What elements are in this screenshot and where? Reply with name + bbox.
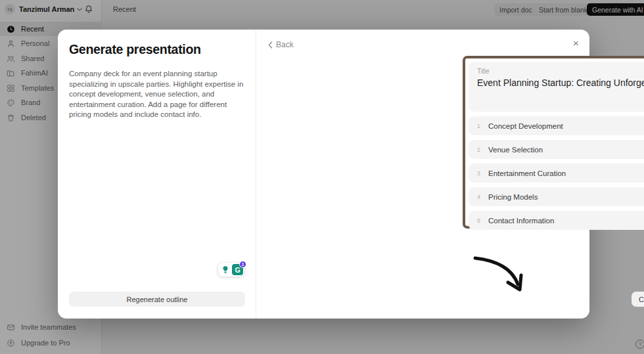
back-label: Back (276, 40, 294, 49)
prompt-pane: Generate presentation Company deck for a… (58, 30, 256, 319)
title-field[interactable]: Title Event Planning Startup: Creating U… (469, 62, 644, 112)
outline-highlight-box: Title Event Planning Startup: Creating U… (463, 56, 644, 229)
title-field-label: Title (477, 68, 490, 75)
outline-item-number: 3 (477, 170, 483, 177)
grammarly-g-icon[interactable]: G 1 (232, 264, 243, 275)
back-button[interactable]: Back (268, 40, 294, 49)
title-field-value[interactable]: Event Planning Startup: Creating Unforge… (477, 77, 644, 88)
outline-item-5[interactable]: 5 Contact Information (469, 211, 644, 230)
chevron-left-icon (268, 41, 273, 49)
outline-item-1[interactable]: 1 Concept Development (469, 116, 644, 135)
outline-item-label: Pricing Models (488, 193, 538, 201)
outline-item-number: 5 (477, 217, 483, 224)
grammarly-widget[interactable]: G 1 (218, 263, 244, 277)
suggestion-bulb-icon[interactable] (219, 264, 231, 275)
outline-item-label: Concept Development (488, 122, 563, 130)
close-icon[interactable]: × (573, 38, 579, 48)
choose-layouts-button[interactable]: Choose layouts (632, 292, 644, 307)
outline-item-label: Contact Information (488, 217, 554, 225)
outline-item-2[interactable]: 2 Venue Selection (469, 140, 644, 159)
app-window: TA Tanzimul Arman Recent Perso (0, 0, 644, 354)
outline-item-3[interactable]: 3 Entertainment Curation (469, 164, 644, 183)
grammarly-badge: 1 (239, 261, 246, 268)
grammarly-g-letter: G (235, 266, 240, 274)
outline-item-number: 1 (477, 123, 483, 129)
regenerate-outline-button[interactable]: Regenerate outline (69, 292, 245, 307)
outline-item-number: 2 (477, 146, 483, 153)
outline-item-label: Venue Selection (488, 146, 543, 154)
generate-presentation-modal: Generate presentation Company deck for a… (58, 30, 589, 319)
outline-pane: Back × Title Event Planning Startup: Cre… (256, 30, 589, 319)
outline-item-label: Entertainment Curation (488, 169, 566, 177)
outline-item-4[interactable]: 4 Pricing Models (469, 187, 644, 206)
prompt-text: Company deck for an event planning start… (69, 69, 246, 120)
modal-heading: Generate presentation (69, 42, 201, 57)
outline-item-number: 4 (477, 194, 483, 200)
